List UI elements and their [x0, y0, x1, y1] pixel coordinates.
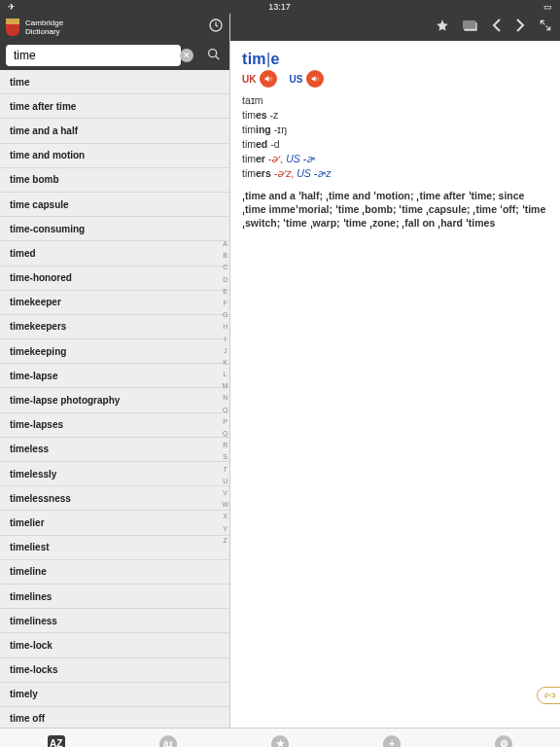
result-item[interactable]: time-lock [0, 633, 229, 658]
result-item[interactable]: time off [0, 707, 229, 728]
result-item[interactable]: time-lapse [0, 364, 229, 388]
result-item[interactable]: time-honored [0, 267, 229, 291]
left-pane: Cambridge Dictionary ✕ timetime after ti… [0, 14, 230, 728]
result-item[interactable]: time [0, 70, 229, 94]
result-item[interactable]: timelines [0, 585, 229, 609]
link-toggle-icon[interactable] [537, 687, 560, 704]
search-mode-button[interactable] [204, 47, 224, 65]
clear-icon[interactable]: ✕ [180, 49, 193, 62]
status-time: 13:17 [268, 2, 291, 12]
search-input[interactable] [6, 45, 181, 66]
airplane-icon: ✈ [8, 2, 16, 12]
forward-icon[interactable] [515, 18, 525, 36]
tab-icon: ★ [271, 735, 289, 748]
svg-point-1 [209, 49, 217, 56]
back-icon[interactable] [492, 18, 502, 36]
result-item[interactable]: time-locks [0, 658, 229, 683]
history-icon[interactable] [208, 18, 224, 37]
tab-favourites[interactable]: ★Favourites [224, 729, 335, 747]
ipa: taɪm [242, 93, 548, 108]
tab-symbols[interactable]: aɪSymbols [112, 729, 224, 747]
tab-settings[interactable]: ⚙Settings [448, 729, 560, 747]
phrases: ˌtime and a ˈhalf; ˌtime and ˈmotion; ˌt… [242, 189, 548, 230]
right-pane: tim|e UK US taɪm times -ztiming -ɪŋtimed… [230, 14, 560, 728]
result-item[interactable]: timeless [0, 438, 229, 462]
result-item[interactable]: time capsule [0, 193, 229, 217]
right-header [230, 14, 560, 41]
brand-text: Cambridge Dictionary [25, 18, 63, 36]
result-item[interactable]: time-lapse photography [0, 388, 229, 412]
form-row: timing -ɪŋ [242, 123, 548, 137]
result-item[interactable]: timekeepers [0, 315, 229, 339]
tab-icon: aɪ [159, 735, 177, 748]
word-forms: taɪm times -ztiming -ɪŋtimed -dtimer -əʳ… [242, 93, 548, 181]
result-item[interactable]: time-consuming [0, 217, 229, 241]
tab-bar: AZDictionaryaɪSymbols★Favourites+Extras⚙… [0, 728, 560, 747]
headword: tim|e [242, 51, 548, 68]
us-label: US [289, 74, 302, 85]
uk-audio-button[interactable] [260, 70, 277, 88]
pronunciation-row: UK US [242, 70, 548, 88]
cards-icon[interactable] [463, 18, 478, 36]
favourite-icon[interactable] [436, 18, 449, 36]
tab-icon: + [383, 735, 401, 748]
result-item[interactable]: timely [0, 683, 229, 707]
result-item[interactable]: timelessly [0, 462, 229, 486]
result-item[interactable]: timeline [0, 560, 229, 585]
form-row: timers -əʳz, US -ɚz [242, 166, 548, 181]
results-list[interactable]: timetime after timetime and a halftime a… [0, 70, 229, 728]
result-item[interactable]: timeliness [0, 609, 229, 633]
result-item[interactable]: time and motion [0, 144, 229, 168]
uk-label: UK [242, 74, 256, 85]
result-item[interactable]: time bomb [0, 168, 229, 193]
us-audio-button[interactable] [306, 70, 324, 88]
form-row: times -z [242, 108, 548, 123]
entry-content: tim|e UK US taɪm times -ztiming -ɪŋtimed… [230, 41, 560, 239]
result-item[interactable]: timelessness [0, 486, 229, 511]
result-item[interactable]: timekeeping [0, 339, 229, 364]
battery-icon: ▭ [543, 2, 552, 12]
result-item[interactable]: timed [0, 241, 229, 266]
status-bar: ✈ 13:17 ▭ [0, 0, 560, 14]
tab-icon: AZ [48, 735, 65, 748]
tab-extras[interactable]: +Extras [336, 729, 448, 747]
result-item[interactable]: time after time [0, 94, 229, 119]
svg-rect-3 [463, 20, 475, 29]
fullscreen-icon[interactable] [539, 18, 552, 36]
tab-icon: ⚙ [495, 735, 512, 748]
result-item[interactable]: timeliest [0, 536, 229, 560]
left-header: Cambridge Dictionary [0, 14, 229, 41]
result-item[interactable]: time and a half [0, 119, 229, 143]
tab-dictionary[interactable]: AZDictionary [0, 729, 112, 747]
result-item[interactable]: timekeeper [0, 291, 229, 315]
form-row: timer -əʳ, US -ɚ [242, 152, 548, 166]
result-item[interactable]: timelier [0, 511, 229, 535]
result-item[interactable]: time-lapses [0, 413, 229, 438]
logo-shield-icon [6, 18, 19, 36]
form-row: timed -d [242, 137, 548, 152]
search-row: ✕ [0, 41, 229, 70]
